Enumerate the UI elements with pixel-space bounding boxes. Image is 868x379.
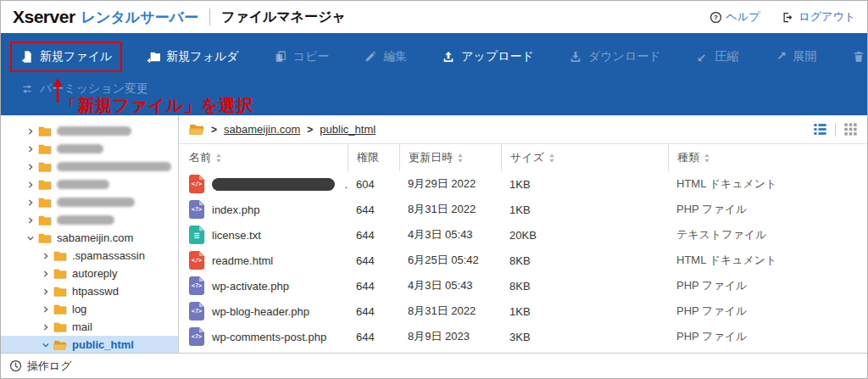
logo-text-rental-server: レンタルサーバー (81, 8, 198, 27)
toolbar-download-button[interactable]: ダウンロード (559, 42, 671, 72)
toolbar-pencil-button[interactable]: 編集 (353, 42, 417, 72)
file-name: wp-comments-post.php (212, 331, 326, 343)
chevron-right-icon[interactable] (26, 127, 35, 136)
tree-item-label: mail (72, 320, 92, 333)
tree-item-.spamassassin[interactable]: .spamassassin (1, 247, 178, 265)
tree-item-redacted[interactable] (1, 122, 178, 140)
grid-view-icon[interactable] (843, 121, 859, 137)
chevron-right-icon[interactable] (26, 145, 35, 153)
chevron-right-icon[interactable] (26, 163, 35, 171)
column-header-label: サイズ (510, 150, 544, 165)
file-name: license.txt (212, 229, 261, 242)
folder-icon (53, 339, 67, 351)
file-size: 8KB (501, 254, 668, 267)
file-type: テキストファイル (668, 227, 867, 242)
folder-icon (53, 304, 67, 315)
tree-item-redacted[interactable] (1, 193, 178, 211)
chevron-right-icon[interactable] (42, 270, 50, 278)
breadcrumb-link[interactable]: public_html (320, 123, 376, 136)
tree-item-autoreply[interactable]: autoreply (1, 265, 178, 282)
file-row-index.php[interactable]: <?>index.php6448月31日 20221KBPHP ファイル (179, 197, 867, 222)
logout-link[interactable]: ログアウト (782, 9, 855, 25)
tree-item-htpasswd[interactable]: htpasswd (1, 282, 178, 300)
tree-item-log[interactable]: log (1, 300, 178, 318)
chevron-right-icon[interactable] (26, 198, 35, 207)
directory-tree: sabameijin.com.spamassassinautoreplyhtpa… (1, 115, 179, 354)
table-header: 名前権限更新日時サイズ種類 (179, 144, 867, 171)
tree-item-redacted[interactable] (1, 158, 178, 176)
folder-open-icon[interactable] (189, 123, 204, 136)
chevron-down-icon[interactable] (42, 341, 50, 349)
column-header-4[interactable]: 種類 (668, 144, 867, 171)
php-file-icon: <?> (189, 200, 204, 219)
file-row-wp-comments-post.php[interactable]: <?>wp-comments-post.php6448月9日 20233KBPH… (179, 324, 867, 349)
file-modified: 4月3日 05:43 (399, 227, 501, 242)
extract-icon (774, 50, 787, 64)
breadcrumb-separator: > (307, 124, 313, 136)
toolbar-button-label: 展開 (793, 49, 817, 64)
file-row-wp-activate.php[interactable]: <?>wp-activate.php6444月3日 05:438KBPHP ファ… (179, 273, 867, 298)
tree-item-redacted[interactable] (1, 211, 178, 229)
toolbar-compress-button[interactable]: 圧縮 (686, 42, 749, 72)
file-type: PHP ファイル (668, 304, 867, 319)
toolbar-button-label: 新規ファイル (40, 49, 112, 64)
toolbar-file-plus-button[interactable]: 新規ファイル (10, 42, 122, 72)
toolbar-trash-button[interactable]: 削除 (842, 42, 868, 72)
content-area: sabameijin.com.spamassassinautoreplyhtpa… (1, 115, 867, 354)
tree-item-public_html[interactable]: public_html (1, 336, 178, 354)
file-size: 1KB (501, 178, 668, 191)
toolbar-button-label: アップロード (461, 49, 534, 64)
file-row-license.txt[interactable]: ≡license.txt6444月3日 05:4320KBテキストファイル (179, 222, 867, 248)
tree-item-sabameijin.com[interactable]: sabameijin.com (1, 229, 178, 247)
file-modified: 8月9日 2023 (399, 329, 501, 344)
file-row-readme.html[interactable]: </>readme.html6446月25日 05:428KBHTML ドキュメ… (179, 248, 867, 273)
breadcrumb-link[interactable]: sabameijin.com (224, 123, 300, 136)
table-body: </>.6049月29日 20221KBHTML ドキュメント<?>index.… (179, 171, 867, 354)
breadcrumb-bar: >sabameijin.com>public_html (179, 115, 867, 144)
chevron-right-icon[interactable] (42, 323, 50, 332)
sort-icon (704, 153, 710, 164)
file-name: wp-blog-header.php (212, 305, 309, 318)
file-row-wp-blog-header.php[interactable]: <?>wp-blog-header.php6448月31日 20221KBPHP… (179, 298, 867, 324)
file-size: 1KB (501, 203, 668, 216)
folder-icon (38, 215, 52, 226)
chevron-down-icon[interactable] (26, 234, 35, 242)
redacted-folder-name (57, 180, 109, 189)
list-view-icon[interactable] (812, 121, 828, 137)
view-toggle (812, 121, 859, 137)
file-list-panel: >sabameijin.com>public_html 名前権限更新日時サイズ種… (179, 115, 867, 354)
column-header-2[interactable]: 更新日時 (399, 144, 501, 171)
file-modified: 4月3日 05:43 (399, 278, 501, 293)
file-perms: 644 (348, 254, 399, 267)
tree-item-mail[interactable]: mail (1, 318, 178, 336)
toolbar-extract-button[interactable]: 展開 (764, 42, 827, 72)
help-link[interactable]: ヘルプ (709, 9, 760, 25)
chevron-right-icon[interactable] (42, 252, 50, 260)
tree-item-label: sabameijin.com (57, 231, 133, 244)
toolbar-upload-button[interactable]: アップロード (431, 42, 544, 72)
column-header-3[interactable]: サイズ (501, 144, 668, 171)
sort-icon (548, 153, 555, 164)
tree-item-label: .spamassassin (72, 249, 145, 262)
file-row[interactable]: </>.6049月29日 20221KBHTML ドキュメント (179, 171, 867, 197)
operation-log-bar[interactable]: 操作ログ (1, 353, 867, 378)
trash-icon (852, 50, 865, 64)
tree-item-redacted[interactable] (1, 140, 178, 158)
column-header-0[interactable]: 名前 (179, 144, 348, 171)
chevron-right-icon[interactable] (42, 305, 50, 314)
file-modified: 8月31日 2022 (399, 304, 501, 319)
toolbar-copy-button[interactable]: コピー (264, 42, 340, 72)
tree-item-label: autoreply (72, 267, 117, 280)
chevron-right-icon[interactable] (26, 216, 35, 225)
toolbar-folder-plus-button[interactable]: 新規フォルダ (136, 42, 248, 72)
file-type: HTML ドキュメント (668, 253, 867, 268)
column-header-label: 権限 (357, 150, 379, 165)
folder-icon (53, 268, 67, 280)
logo-divider (209, 8, 210, 25)
header-links: ヘルプ ログアウト (709, 9, 855, 25)
tree-item-label: public_html (72, 338, 134, 351)
toolbar-button-label: 編集 (383, 49, 407, 64)
tree-item-redacted[interactable] (1, 176, 178, 193)
chevron-right-icon[interactable] (42, 287, 50, 296)
chevron-right-icon[interactable] (26, 181, 35, 189)
